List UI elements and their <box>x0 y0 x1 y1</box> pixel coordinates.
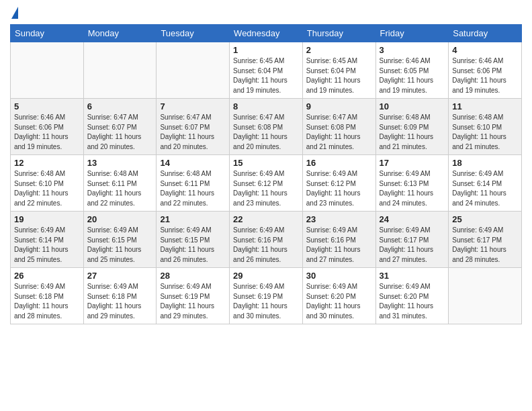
day-cell-1: 1Sunrise: 6:45 AM Sunset: 6:04 PM Daylig… <box>230 42 303 99</box>
day-cell-28: 28Sunrise: 6:49 AM Sunset: 6:19 PM Dayli… <box>157 268 230 324</box>
day-info: Sunrise: 6:49 AM Sunset: 6:12 PM Dayligh… <box>233 169 299 208</box>
day-number: 15 <box>233 158 299 168</box>
day-number: 3 <box>380 45 445 55</box>
day-number: 12 <box>14 158 80 168</box>
day-cell-13: 13Sunrise: 6:48 AM Sunset: 6:11 PM Dayli… <box>83 155 157 212</box>
day-number: 4 <box>452 45 518 55</box>
day-number: 25 <box>452 214 518 224</box>
day-cell-20: 20Sunrise: 6:49 AM Sunset: 6:15 PM Dayli… <box>83 212 157 268</box>
day-info: Sunrise: 6:46 AM Sunset: 6:05 PM Dayligh… <box>380 56 445 95</box>
day-header-friday: Friday <box>375 25 449 42</box>
day-info: Sunrise: 6:47 AM Sunset: 6:07 PM Dayligh… <box>87 113 153 152</box>
header <box>10 7 522 19</box>
day-cell-17: 17Sunrise: 6:49 AM Sunset: 6:13 PM Dayli… <box>375 155 449 212</box>
day-cell-29: 29Sunrise: 6:49 AM Sunset: 6:19 PM Dayli… <box>230 268 303 324</box>
day-info: Sunrise: 6:48 AM Sunset: 6:11 PM Dayligh… <box>87 169 153 208</box>
day-number: 28 <box>160 271 226 281</box>
day-cell-24: 24Sunrise: 6:49 AM Sunset: 6:17 PM Dayli… <box>375 212 449 268</box>
day-cell-10: 10Sunrise: 6:48 AM Sunset: 6:09 PM Dayli… <box>375 99 449 155</box>
day-number: 30 <box>306 271 372 281</box>
day-info: Sunrise: 6:49 AM Sunset: 6:17 PM Dayligh… <box>452 226 518 265</box>
day-info: Sunrise: 6:49 AM Sunset: 6:19 PM Dayligh… <box>233 282 299 321</box>
day-cell-22: 22Sunrise: 6:49 AM Sunset: 6:16 PM Dayli… <box>230 212 303 268</box>
day-info: Sunrise: 6:47 AM Sunset: 6:08 PM Dayligh… <box>306 113 372 152</box>
day-number: 9 <box>306 101 372 111</box>
empty-cell <box>83 42 157 99</box>
day-info: Sunrise: 6:49 AM Sunset: 6:15 PM Dayligh… <box>87 226 153 265</box>
calendar-container: SundayMondayTuesdayWednesdayThursdayFrid… <box>0 0 532 331</box>
day-cell-11: 11Sunrise: 6:48 AM Sunset: 6:10 PM Dayli… <box>449 99 522 155</box>
day-cell-2: 2Sunrise: 6:45 AM Sunset: 6:04 PM Daylig… <box>302 42 375 99</box>
logo <box>10 7 18 19</box>
day-number: 20 <box>87 214 153 224</box>
day-info: Sunrise: 6:47 AM Sunset: 6:08 PM Dayligh… <box>233 113 299 152</box>
day-info: Sunrise: 6:48 AM Sunset: 6:09 PM Dayligh… <box>380 113 445 152</box>
day-number: 11 <box>452 101 518 111</box>
day-cell-8: 8Sunrise: 6:47 AM Sunset: 6:08 PM Daylig… <box>230 99 303 155</box>
day-info: Sunrise: 6:49 AM Sunset: 6:18 PM Dayligh… <box>14 282 80 321</box>
day-cell-27: 27Sunrise: 6:49 AM Sunset: 6:18 PM Dayli… <box>83 268 157 324</box>
day-info: Sunrise: 6:48 AM Sunset: 6:11 PM Dayligh… <box>160 169 226 208</box>
day-info: Sunrise: 6:48 AM Sunset: 6:10 PM Dayligh… <box>452 113 518 152</box>
empty-cell <box>449 268 522 324</box>
day-info: Sunrise: 6:46 AM Sunset: 6:06 PM Dayligh… <box>14 113 80 152</box>
week-row-3: 12Sunrise: 6:48 AM Sunset: 6:10 PM Dayli… <box>11 155 522 212</box>
days-header-row: SundayMondayTuesdayWednesdayThursdayFrid… <box>11 25 522 42</box>
day-info: Sunrise: 6:49 AM Sunset: 6:19 PM Dayligh… <box>160 282 226 321</box>
day-info: Sunrise: 6:49 AM Sunset: 6:14 PM Dayligh… <box>452 169 518 208</box>
day-number: 19 <box>14 214 80 224</box>
week-row-4: 19Sunrise: 6:49 AM Sunset: 6:14 PM Dayli… <box>11 212 522 268</box>
day-number: 31 <box>380 271 445 281</box>
day-info: Sunrise: 6:49 AM Sunset: 6:17 PM Dayligh… <box>380 226 445 265</box>
day-number: 26 <box>14 271 80 281</box>
day-number: 29 <box>233 271 299 281</box>
day-info: Sunrise: 6:49 AM Sunset: 6:20 PM Dayligh… <box>380 282 445 321</box>
day-info: Sunrise: 6:49 AM Sunset: 6:15 PM Dayligh… <box>160 226 226 265</box>
day-number: 14 <box>160 158 226 168</box>
day-number: 5 <box>14 101 80 111</box>
day-info: Sunrise: 6:47 AM Sunset: 6:07 PM Dayligh… <box>160 113 226 152</box>
day-cell-5: 5Sunrise: 6:46 AM Sunset: 6:06 PM Daylig… <box>11 99 84 155</box>
day-info: Sunrise: 6:48 AM Sunset: 6:10 PM Dayligh… <box>14 169 80 208</box>
day-header-monday: Monday <box>83 25 157 42</box>
day-number: 6 <box>87 101 153 111</box>
day-header-sunday: Sunday <box>11 25 84 42</box>
day-number: 13 <box>87 158 153 168</box>
day-number: 2 <box>306 45 372 55</box>
empty-cell <box>11 42 84 99</box>
day-cell-3: 3Sunrise: 6:46 AM Sunset: 6:05 PM Daylig… <box>375 42 449 99</box>
day-info: Sunrise: 6:45 AM Sunset: 6:04 PM Dayligh… <box>233 56 299 95</box>
day-number: 23 <box>306 214 372 224</box>
week-row-2: 5Sunrise: 6:46 AM Sunset: 6:06 PM Daylig… <box>11 99 522 155</box>
day-number: 7 <box>160 101 226 111</box>
day-info: Sunrise: 6:49 AM Sunset: 6:13 PM Dayligh… <box>380 169 445 208</box>
day-cell-14: 14Sunrise: 6:48 AM Sunset: 6:11 PM Dayli… <box>157 155 230 212</box>
day-info: Sunrise: 6:46 AM Sunset: 6:06 PM Dayligh… <box>452 56 518 95</box>
day-info: Sunrise: 6:45 AM Sunset: 6:04 PM Dayligh… <box>306 56 372 95</box>
day-header-tuesday: Tuesday <box>157 25 230 42</box>
day-number: 24 <box>380 214 445 224</box>
day-cell-26: 26Sunrise: 6:49 AM Sunset: 6:18 PM Dayli… <box>11 268 84 324</box>
day-cell-4: 4Sunrise: 6:46 AM Sunset: 6:06 PM Daylig… <box>449 42 522 99</box>
day-info: Sunrise: 6:49 AM Sunset: 6:16 PM Dayligh… <box>233 226 299 265</box>
day-info: Sunrise: 6:49 AM Sunset: 6:18 PM Dayligh… <box>87 282 153 321</box>
day-cell-30: 30Sunrise: 6:49 AM Sunset: 6:20 PM Dayli… <box>302 268 375 324</box>
day-header-thursday: Thursday <box>302 25 375 42</box>
day-number: 16 <box>306 158 372 168</box>
day-number: 8 <box>233 101 299 111</box>
day-cell-7: 7Sunrise: 6:47 AM Sunset: 6:07 PM Daylig… <box>157 99 230 155</box>
day-cell-25: 25Sunrise: 6:49 AM Sunset: 6:17 PM Dayli… <box>449 212 522 268</box>
day-number: 1 <box>233 45 299 55</box>
day-number: 17 <box>380 158 445 168</box>
day-cell-18: 18Sunrise: 6:49 AM Sunset: 6:14 PM Dayli… <box>449 155 522 212</box>
day-info: Sunrise: 6:49 AM Sunset: 6:12 PM Dayligh… <box>306 169 372 208</box>
day-header-saturday: Saturday <box>449 25 522 42</box>
empty-cell <box>157 42 230 99</box>
day-cell-23: 23Sunrise: 6:49 AM Sunset: 6:16 PM Dayli… <box>302 212 375 268</box>
week-row-1: 1Sunrise: 6:45 AM Sunset: 6:04 PM Daylig… <box>11 42 522 99</box>
calendar-table: SundayMondayTuesdayWednesdayThursdayFrid… <box>10 24 522 324</box>
day-info: Sunrise: 6:49 AM Sunset: 6:14 PM Dayligh… <box>14 226 80 265</box>
day-info: Sunrise: 6:49 AM Sunset: 6:20 PM Dayligh… <box>306 282 372 321</box>
day-number: 18 <box>452 158 518 168</box>
day-cell-9: 9Sunrise: 6:47 AM Sunset: 6:08 PM Daylig… <box>302 99 375 155</box>
